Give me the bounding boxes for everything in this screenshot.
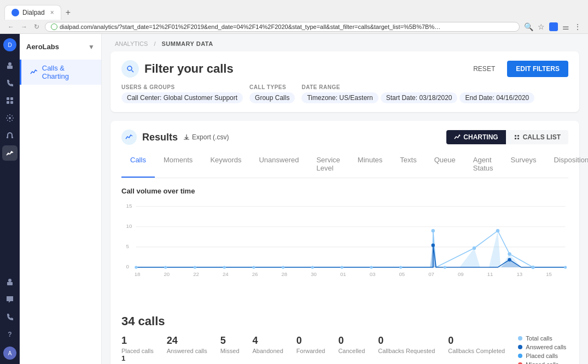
export-csv-button[interactable]: Export (.csv) [183,133,229,141]
svg-point-29 [531,266,534,269]
svg-point-8 [9,117,11,119]
stat-answered-label: Answered calls [167,348,207,354]
filter-tag-enddate[interactable]: End Date: 04/16/2020 [459,92,534,103]
legend-total-calls: Total calls [518,335,568,342]
active-tab[interactable]: Dialpad × [4,5,61,20]
svg-line-14 [132,71,134,73]
sidebar-item-calls-charting[interactable]: Calls & Charting [20,60,101,85]
menu-icon[interactable]: ⋮ [574,22,581,31]
tab-keywords[interactable]: Keywords [201,151,250,178]
stat-missed: 5 Missed [220,335,240,354]
edit-filters-button[interactable]: EDIT FILTERS [507,61,568,77]
filter-actions: RESET EDIT FILTERS [467,61,568,77]
nav-user-bottom[interactable] [2,274,18,290]
svg-text:26: 26 [252,271,258,277]
svg-point-33 [164,266,167,268]
legend-dot-total [518,336,522,340]
nav-settings[interactable] [2,110,18,126]
svg-text:05: 05 [399,271,405,277]
tab-moments[interactable]: Moments [155,151,201,178]
secure-icon [51,24,57,30]
svg-point-38 [311,266,314,268]
filter-label-daterange: DATE RANGE [301,84,534,90]
dialpad-toolbar-icon[interactable] [549,22,558,31]
charting-view-button[interactable]: CHARTING [446,130,505,144]
filter-tag-group-calls[interactable]: Group Calls [249,92,295,103]
filter-tag-call-center[interactable]: Call Center: Global Customer Support [121,92,243,103]
svg-text:30: 30 [311,271,317,277]
tab-minutes[interactable]: Minutes [349,151,392,178]
stat-callbacks-requested: 0 Callbacks Requested [378,335,435,354]
chart-legend: Total calls Answered calls Placed calls [518,335,568,364]
forward-button[interactable]: → [20,22,28,32]
svg-point-27 [496,229,499,232]
filter-tag-startdate[interactable]: Start Date: 03/18/2020 [381,92,458,103]
svg-text:15: 15 [126,203,132,209]
nav-help-bottom[interactable]: ? [2,327,18,342]
svg-point-31 [508,258,511,261]
stat-cancelled: 0 Cancelled [338,335,365,354]
svg-text:20: 20 [164,271,170,277]
svg-rect-9 [7,137,8,138]
legend-label-answered: Answered calls [526,344,566,350]
org-name: AeroLabs [26,43,59,51]
svg-point-34 [194,266,196,268]
extension-icon[interactable]: ⚌ [562,22,569,31]
left-nav: D ? A [0,34,20,364]
tab-texts[interactable]: Texts [391,151,425,178]
svg-rect-10 [11,137,13,138]
nav-calls[interactable] [2,75,18,91]
nav-grid[interactable] [2,93,18,108]
calls-list-view-button[interactable]: CALLS LIST [506,130,568,144]
svg-point-3 [8,62,11,66]
tab-calls[interactable]: Calls [121,151,155,178]
stat-placed-calls: 1 Placed calls 1 Voicecalls [121,335,154,364]
address-bar: ← → ↻ dialpad.com/analytics/?start_date=… [0,20,588,34]
tab-queue[interactable]: Queue [426,151,464,178]
url-bar[interactable]: dialpad.com/analytics/?start_date=12%2F0… [45,22,520,32]
svg-point-25 [432,229,435,232]
svg-point-43 [564,266,567,268]
url-text: dialpad.com/analytics/?start_date=12%2F0… [60,24,443,30]
svg-point-12 [8,279,11,282]
results-tabs: Calls Moments Keywords Unanswered Servic… [121,151,568,178]
svg-text:09: 09 [458,271,464,277]
tab-bar: Dialpad × + [0,0,588,20]
nav-headset[interactable] [2,128,18,143]
tab-service-level[interactable]: Service Level [307,151,348,178]
tab-surveys[interactable]: Surveys [502,151,545,178]
svg-rect-7 [10,101,13,104]
legend-label-missed: Missed calls [526,361,558,364]
sidebar-dropdown-icon[interactable]: ▼ [88,43,95,51]
stat-forwarded-number: 0 [296,335,325,347]
nav-contacts[interactable] [2,58,18,73]
svg-text:11: 11 [487,271,493,277]
nav-chat-bottom[interactable] [2,292,18,307]
legend-missed-calls: Missed calls [518,361,568,364]
stat-forwarded: 0 Forwarded [296,335,325,354]
legend-placed-calls: Placed calls [518,353,568,359]
stat-missed-label: Missed [220,348,240,354]
stat-answered-number: 24 [167,335,207,347]
stat-callbacks-req-number: 0 [378,335,435,347]
legend-answered-calls: Answered calls [518,344,568,350]
back-button[interactable]: ← [7,22,15,32]
svg-point-41 [399,266,402,268]
tab-dispositions[interactable]: Dispositions [545,151,588,178]
filter-tag-timezone[interactable]: Timezone: US/Eastern [301,92,378,103]
toolbar-icons: 🔍 ☆ ⚌ ⋮ [524,22,581,31]
stat-cancelled-number: 0 [338,335,365,347]
new-tab-button[interactable]: + [61,5,75,20]
bookmark-icon[interactable]: ☆ [538,22,545,31]
nav-phone-bottom[interactable] [2,309,18,325]
nav-analytics[interactable] [2,145,18,161]
search-icon[interactable]: 🔍 [524,22,533,31]
reset-button[interactable]: RESET [467,62,502,76]
reload-button[interactable]: ↻ [33,22,40,32]
breadcrumb: ANALYTICS / SUMMARY DATA [102,34,588,51]
tab-close-button[interactable]: × [50,9,54,16]
tab-unanswered[interactable]: Unanswered [250,151,307,178]
user-avatar[interactable]: A [3,347,16,360]
tab-agent-status[interactable]: Agent Status [464,151,502,178]
export-label: Export (.csv) [192,133,229,141]
